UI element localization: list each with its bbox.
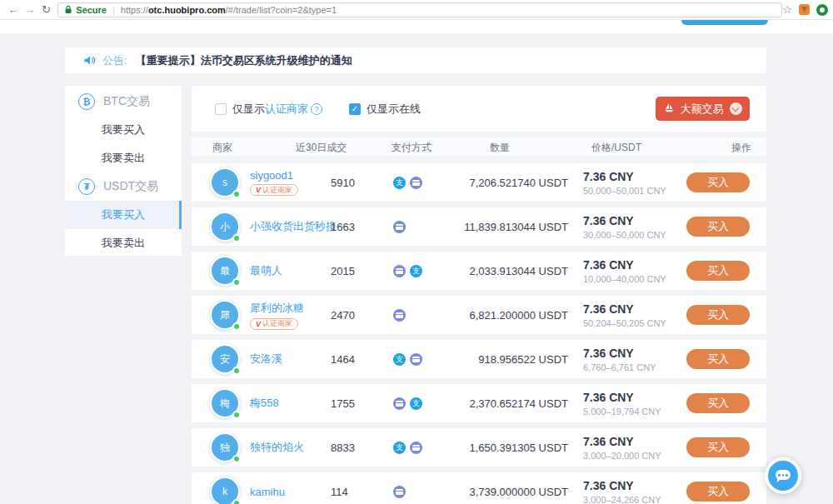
price-value: 7.36 CNY: [583, 391, 676, 404]
alipay-icon: 支: [393, 442, 406, 454]
verified-icon: V: [256, 320, 261, 328]
buy-button[interactable]: 买入: [686, 482, 750, 502]
buy-button[interactable]: 买入: [686, 393, 750, 413]
bank-icon: [393, 309, 406, 322]
url-host: otc.huobipro.com: [148, 5, 226, 15]
volume-cell: 2015: [331, 265, 393, 277]
verified-badge: V认证商家: [250, 184, 298, 196]
chat-button[interactable]: [765, 457, 801, 494]
merchant-cell: 安 安洛溪: [210, 344, 331, 374]
buy-button[interactable]: 买入: [686, 305, 750, 325]
bulk-trade-label: 大额交易: [681, 102, 724, 117]
extension-icon[interactable]: [799, 4, 810, 15]
secure-label: Secure: [76, 5, 107, 15]
payment-cell: [393, 309, 464, 322]
sidebar-item-usdt-buy[interactable]: 我要买入: [65, 201, 182, 229]
amount-cell: 11,839.813044 USDT: [464, 221, 568, 233]
payment-cell: 支: [393, 353, 464, 366]
col-volume: 近30日成交: [296, 141, 347, 155]
online-dot: [232, 322, 241, 331]
address-bar[interactable]: Secure | https://otc.huobipro.com/#/trad…: [57, 2, 782, 17]
verified-badge: V认证商家: [250, 318, 298, 330]
help-icon[interactable]: ?: [311, 103, 322, 115]
price-value: 7.36 CNY: [583, 214, 676, 227]
bank-icon: [393, 397, 406, 410]
merchant-name[interactable]: 安洛溪: [250, 352, 282, 367]
buy-button[interactable]: 买入: [686, 437, 750, 457]
merchant-row: k kamihu 114 3,739.000000 USDT 7.36 CNY …: [192, 472, 766, 504]
merchant-name[interactable]: siygood1: [250, 169, 298, 182]
limit-range: 10,000–40,000 CNY: [583, 274, 676, 284]
merchant-row: s siygood1 V认证商家 5910 支 7,206.521740 USD…: [192, 163, 766, 202]
col-payment: 支付方式: [392, 141, 431, 155]
merchant-cell: 犀 犀利的冰糖 V认证商家: [210, 300, 331, 330]
table-header: 商家 近30日成交 支付方式 数量 价格/USDT 操作: [192, 137, 766, 156]
buy-button[interactable]: 买入: [686, 217, 750, 237]
merchant-name[interactable]: 梅558: [250, 396, 279, 411]
payment-cell: 支: [393, 265, 464, 277]
sidebar-item-btc-sell[interactable]: 我要卖出: [65, 144, 182, 172]
price-cell: 7.36 CNY 50,000–50,001 CNY: [568, 170, 676, 196]
payment-cell: [393, 486, 464, 498]
col-operation: 操作: [731, 141, 751, 155]
merchant-name[interactable]: 最萌人: [250, 263, 282, 278]
sidebar-item-btc-buy[interactable]: 我要买入: [65, 116, 182, 144]
back-icon[interactable]: ←: [5, 3, 22, 16]
volume-cell: 1663: [331, 221, 393, 233]
merchant-row: 独 独特的焰火 8833 支 1,650.391305 USDT 7.36 CN…: [192, 428, 766, 467]
limit-range: 5,000–19,794 CNY: [583, 407, 676, 417]
sidebar-section-usdt[interactable]: ₮ USDT交易: [65, 172, 182, 201]
chevron-down-icon: [730, 102, 742, 115]
verified-merchant-link[interactable]: 认证商家: [265, 102, 308, 117]
limit-range: 3,000–20,000 CNY: [583, 451, 676, 461]
merchant-name[interactable]: 小强收货出货秒接: [250, 219, 337, 234]
reload-icon[interactable]: ↻: [38, 3, 55, 16]
merchant-name[interactable]: 犀利的冰糖: [250, 301, 304, 316]
profile-icon[interactable]: [816, 4, 828, 16]
merchant-cell: s siygood1 V认证商家: [210, 167, 331, 197]
bookmark-star-icon[interactable]: ☆: [782, 3, 792, 16]
buy-button[interactable]: 买入: [686, 261, 750, 281]
merchant-row: 最 最萌人 2015 支 2,033.913044 USDT 7.36 CNY …: [192, 252, 766, 290]
online-dot: [232, 367, 241, 375]
price-value: 7.36 CNY: [583, 435, 676, 448]
avatar: 安: [210, 344, 240, 374]
sidebar-section-label: BTC交易: [103, 94, 150, 109]
merchant-name[interactable]: kamihu: [250, 486, 285, 498]
announcement-title[interactable]: 【重要提示】法币交易区系统升级维护的通知: [136, 53, 352, 68]
merchant-cell: 独 独特的焰火: [210, 432, 331, 462]
volume-cell: 5910: [331, 177, 393, 189]
sidebar-section-btc[interactable]: ₿ BTC交易: [65, 87, 182, 116]
verified-icon: V: [256, 186, 261, 194]
price-cell: 7.36 CNY 3,000–20,000 CNY: [568, 435, 676, 461]
merchant-cell: k kamihu: [210, 477, 331, 504]
chat-bubble-icon: [768, 461, 798, 491]
limit-range: 30,000–50,000 CNY: [583, 230, 676, 240]
announcement-label: 公告:: [102, 53, 127, 68]
alipay-icon: 支: [410, 397, 422, 410]
price-cell: 7.36 CNY 30,000–50,000 CNY: [568, 214, 676, 240]
online-checkbox[interactable]: ✓: [349, 103, 361, 115]
sidebar-item-usdt-sell[interactable]: 我要卖出: [65, 229, 182, 257]
padlock-icon: [64, 5, 72, 14]
header-button-partial[interactable]: [681, 20, 768, 25]
buy-button[interactable]: 买入: [686, 172, 750, 192]
price-cell: 7.36 CNY 5,000–19,794 CNY: [568, 391, 676, 417]
usdt-icon: ₮: [78, 178, 95, 195]
merchant-name[interactable]: 独特的焰火: [250, 440, 304, 455]
verified-checkbox[interactable]: [215, 103, 227, 115]
url-scheme: https://: [121, 5, 148, 15]
online-filter[interactable]: ✓ 仅显示在线: [349, 102, 421, 117]
price-cell: 7.36 CNY 10,000–40,000 CNY: [568, 258, 676, 284]
avatar: 小: [210, 212, 240, 242]
sidebar-section-label: USDT交易: [103, 179, 158, 194]
verified-filter[interactable]: 仅显示认证商家 ?: [215, 102, 322, 117]
bulk-trade-button[interactable]: 大额交易: [656, 97, 750, 121]
amount-cell: 2,033.913044 USDT: [464, 265, 568, 277]
limit-range: 3,000–24,266 CNY: [583, 495, 676, 504]
online-filter-label: 仅显示在线: [367, 102, 421, 117]
forward-icon[interactable]: →: [22, 3, 38, 16]
bank-icon: [410, 442, 422, 454]
buy-button[interactable]: 买入: [686, 349, 750, 369]
speaker-icon: [83, 55, 96, 66]
